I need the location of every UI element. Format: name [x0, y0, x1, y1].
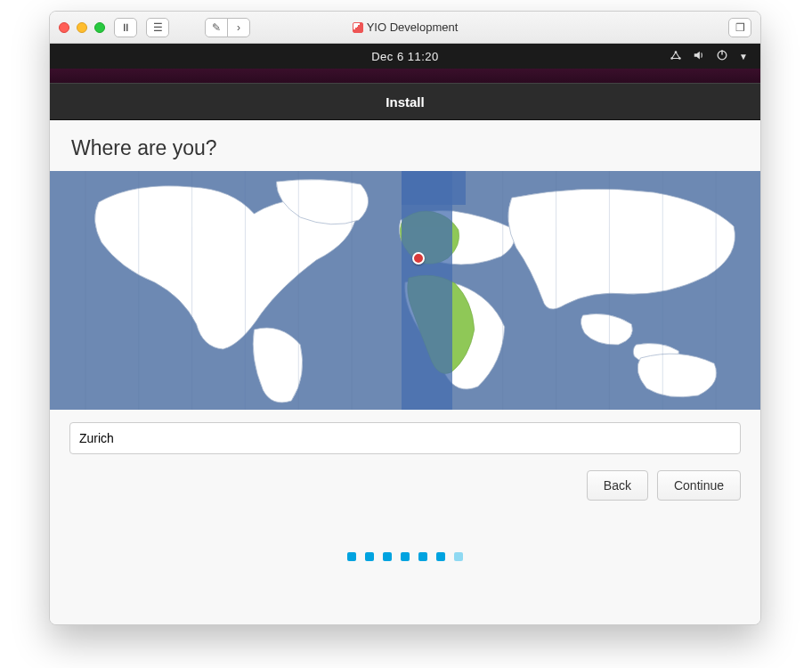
mac-titlebar: ⏸ ☰ ✎ › YIO Development ❐ — [50, 12, 760, 44]
system-tray[interactable]: ▼ — [670, 49, 748, 64]
minimize-button[interactable] — [77, 22, 87, 33]
ubuntu-topbar: Dec 6 11:20 ▼ — [50, 44, 760, 69]
volume-icon[interactable] — [693, 49, 705, 64]
progress-dot — [418, 552, 427, 561]
progress-dot — [401, 552, 410, 561]
power-icon[interactable] — [716, 49, 728, 64]
installer-content: Where are you? — [50, 120, 760, 624]
toolbar-pause-button[interactable]: ⏸ — [114, 18, 137, 37]
timezone-map[interactable] — [50, 171, 760, 410]
timezone-band — [402, 171, 452, 410]
clock[interactable]: Dec 6 11:20 — [371, 50, 439, 63]
back-button[interactable]: Back — [587, 470, 648, 501]
installer-titlebar: Install — [50, 83, 760, 120]
progress-dot — [365, 552, 374, 561]
timezone-input[interactable] — [69, 422, 741, 454]
progress-dot — [347, 552, 356, 561]
vm-icon — [353, 22, 363, 33]
installer-title: Install — [386, 94, 424, 110]
page-title: Where are you? — [50, 120, 760, 171]
toolbar-tools-button[interactable]: ✎ — [205, 18, 228, 37]
toolbar-nav-group: ✎ › — [205, 18, 250, 37]
toolbar-stack-button[interactable]: ❐ — [728, 18, 751, 37]
progress-dot-current — [454, 552, 463, 561]
mac-window: ⏸ ☰ ✎ › YIO Development ❐ Dec 6 11:20 ▼ … — [49, 11, 761, 625]
chevron-down-icon[interactable]: ▼ — [739, 52, 748, 61]
zoom-button[interactable] — [94, 22, 105, 33]
svg-rect-4 — [721, 50, 722, 54]
progress-indicator — [50, 509, 760, 586]
progress-dot — [436, 552, 445, 561]
location-pin-icon — [412, 252, 425, 265]
progress-dot — [383, 552, 392, 561]
timezone-input-row — [50, 410, 760, 461]
timezone-band-top — [402, 171, 466, 205]
network-icon[interactable] — [670, 49, 682, 64]
traffic-lights — [59, 22, 105, 33]
button-row: Back Continue — [50, 461, 760, 509]
close-button[interactable] — [59, 22, 69, 33]
toolbar-view-button[interactable]: ☰ — [146, 18, 169, 37]
desktop-strip — [50, 69, 760, 83]
continue-button[interactable]: Continue — [657, 470, 741, 501]
toolbar-forward-button[interactable]: › — [227, 18, 250, 37]
